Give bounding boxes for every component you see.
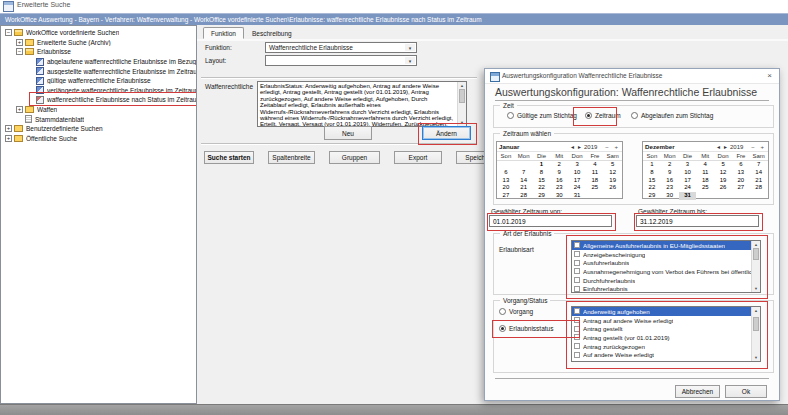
calendar-day[interactable]: 27	[732, 184, 750, 192]
calendar-day[interactable]: 4	[586, 161, 604, 169]
calendar-day[interactable]: 1	[533, 161, 551, 169]
checkbox-icon[interactable]	[574, 286, 580, 292]
scroll-up-icon[interactable]: ▲	[752, 241, 760, 248]
tree-item-waffen[interactable]: +Waffen	[1, 105, 196, 115]
tab-beschreibung[interactable]: Beschreibung	[244, 27, 300, 39]
calendar-day[interactable]: 4	[696, 161, 714, 169]
tree-item-waffenrechtliche-erlaubnisse-nach-status[interactable]: waffenrechtliche Erlaubnisse nach Status…	[1, 95, 196, 105]
calendar-zoom-controls[interactable]: − +	[751, 144, 766, 150]
checkbox-icon[interactable]	[574, 326, 580, 332]
layout-select[interactable]: ▾	[265, 55, 417, 66]
tree-item-öffentliche-suche[interactable]: +Öffentliche Suche	[1, 134, 196, 144]
calendar-day[interactable]: 23	[661, 184, 679, 192]
abbrechen-button[interactable]: Abbrechen	[675, 385, 720, 398]
status-textbox[interactable]: ErlaubnisStatus: Anderweitig aufgehoben,…	[257, 81, 467, 127]
scrollbar-thumb[interactable]	[459, 89, 465, 103]
tree-item-erweiterte-suche-archiv[interactable]: +Erweiterte Suche (Archiv)	[1, 38, 196, 48]
status-scrollbar[interactable]: ▲ ▼	[751, 307, 760, 361]
export-button[interactable]: Export	[394, 151, 442, 164]
calendar-day[interactable]: 24	[679, 184, 697, 192]
calendar-day[interactable]: 20	[732, 177, 750, 185]
calendar-day[interactable]: 16	[550, 177, 568, 185]
calendar-day[interactable]: 24	[568, 184, 586, 192]
calendar-day[interactable]: 12	[604, 169, 622, 177]
list-item-ausfuhrerlaubnis[interactable]: Ausfuhrerlaubnis	[572, 258, 751, 267]
calendar-day[interactable]: 13	[497, 177, 515, 185]
tree-item-verlängerte-waffenrechtliche-erlaubnisse[interactable]: verlängerte waffenrechtliche Erlaubnisse…	[1, 86, 196, 96]
list-item-antrag-gestellt[interactable]: Antrag gestellt	[572, 324, 751, 333]
collapse-icon[interactable]: −	[5, 29, 12, 36]
calendar-day[interactable]: 10	[568, 169, 586, 177]
ok-button[interactable]: Ok	[725, 385, 767, 398]
calendar-day[interactable]: 10	[679, 169, 697, 177]
suche-starten-button[interactable]: Suche starten	[204, 151, 254, 164]
tree-item-ausgestellte-waffenrechtliche-erlaubniss[interactable]: ausgestellte waffenrechtliche Erlaubniss…	[1, 66, 196, 76]
calendar-day[interactable]: 20	[497, 184, 515, 192]
scrollbar-thumb[interactable]	[753, 317, 759, 331]
checkbox-icon[interactable]	[574, 308, 580, 314]
status-listbox[interactable]: Anderweitig aufgehobenAntrag auf andere …	[571, 306, 761, 362]
tree-item-abgelaufene-waffenrechtliche-erlaubnisse[interactable]: abgelaufene waffenrechtliche Erlaubnisse…	[1, 57, 196, 67]
list-item-anderweitig-aufgehoben[interactable]: Anderweitig aufgehoben	[572, 307, 751, 316]
calendar-day[interactable]: 29	[533, 192, 551, 200]
neu-button[interactable]: Neu	[324, 126, 372, 140]
expand-icon[interactable]: +	[5, 125, 12, 132]
calendar-next-icon[interactable]: ►	[577, 144, 582, 150]
calendar-day[interactable]: 28	[750, 184, 768, 192]
calendar-day[interactable]: 19	[714, 177, 732, 185]
calendar-day[interactable]: 6	[732, 161, 750, 169]
scroll-down-icon[interactable]: ▼	[752, 285, 760, 292]
list-item-anzeigebescheinigung[interactable]: Anzeigebescheinigung	[572, 250, 751, 259]
calendar-day[interactable]: 12	[714, 169, 732, 177]
calendar-prev-icon[interactable]: ◄	[716, 144, 721, 150]
calendar-zoom-controls[interactable]: − +	[605, 144, 620, 150]
list-item-durchfuhrerlaubnis[interactable]: Durchfuhrerlaubnis	[572, 276, 751, 285]
scroll-up-icon[interactable]: ▲	[752, 307, 760, 314]
calendar-day[interactable]: 11	[696, 169, 714, 177]
calendar-day[interactable]: 2	[661, 161, 679, 169]
tree-item-gültige-waffenrechtliche-erlaubnisse[interactable]: gültige waffenrechtliche Erlaubnisse	[1, 76, 196, 86]
calendar-dezember[interactable]: Dezember◄►2019− +SonMonDieMitDonFreSam12…	[642, 141, 769, 199]
checkbox-icon[interactable]	[574, 268, 580, 274]
calendar-day[interactable]: 21	[515, 184, 533, 192]
radio-vorgang[interactable]: Vorgang	[499, 308, 533, 315]
funktion-select[interactable]: Waffenrechtliche Erlaubnisse ▾	[265, 42, 417, 53]
checkbox-icon[interactable]	[574, 242, 580, 248]
calendar-day[interactable]: 8	[533, 169, 551, 177]
calendar-day[interactable]: 8	[643, 169, 661, 177]
calendar-day[interactable]: 9	[661, 169, 679, 177]
calendar-day[interactable]: 3	[679, 161, 697, 169]
close-icon[interactable]: ×	[767, 71, 772, 80]
list-item-antrag-zurückgezogen[interactable]: Antrag zurückgezogen	[572, 342, 751, 351]
calendar-day[interactable]: 15	[643, 177, 661, 185]
zeitraum-von-input[interactable]	[489, 215, 612, 227]
calendar-day[interactable]: 22	[533, 184, 551, 192]
checkbox-icon[interactable]	[574, 343, 580, 349]
chevron-down-icon[interactable]: ▾	[405, 57, 415, 64]
calendar-day[interactable]: 18	[696, 177, 714, 185]
calendar-day[interactable]: 27	[497, 192, 515, 200]
radio-erlaubnisstatus[interactable]: Erlaubnisstatus	[499, 325, 553, 332]
calendar-day[interactable]: 26	[604, 184, 622, 192]
erlaubnisart-listbox[interactable]: Allgemeine Ausfuhrerlaubnis in EU-Mitgli…	[571, 240, 761, 293]
list-item-antrag-gestellt-vor-01-01-2019[interactable]: Antrag gestellt (vor 01.01.2019)	[572, 333, 751, 342]
calendar-day[interactable]: 14	[750, 169, 768, 177]
calendar-day[interactable]: 17	[568, 177, 586, 185]
expand-icon[interactable]: +	[5, 135, 12, 142]
calendar-day[interactable]: 19	[604, 177, 622, 185]
chevron-down-icon[interactable]: ▾	[405, 44, 415, 51]
gruppen-button[interactable]: Gruppen	[329, 151, 380, 164]
calendar-prev-icon[interactable]: ◄	[570, 144, 575, 150]
calendar-day[interactable]: 31	[679, 192, 697, 200]
radio-zeitraum[interactable]: Zeitraum	[585, 112, 621, 119]
calendar-day[interactable]: 16	[661, 177, 679, 185]
tree-item-benutzerdefinierte-suchen[interactable]: +Benutzerdefinierte Suchen	[1, 124, 196, 134]
expand-icon[interactable]: +	[16, 106, 23, 113]
calendar-day[interactable]: 28	[515, 192, 533, 200]
checkbox-icon[interactable]	[574, 352, 580, 358]
expand-icon[interactable]: +	[16, 39, 23, 46]
dialog-titlebar[interactable]: Auswertungskonfiguration Waffenrechtlich…	[485, 69, 779, 84]
erlaubnisart-scrollbar[interactable]: ▲ ▼	[751, 241, 760, 292]
calendar-next-icon[interactable]: ►	[723, 144, 728, 150]
calendar-day[interactable]: 7	[750, 161, 768, 169]
